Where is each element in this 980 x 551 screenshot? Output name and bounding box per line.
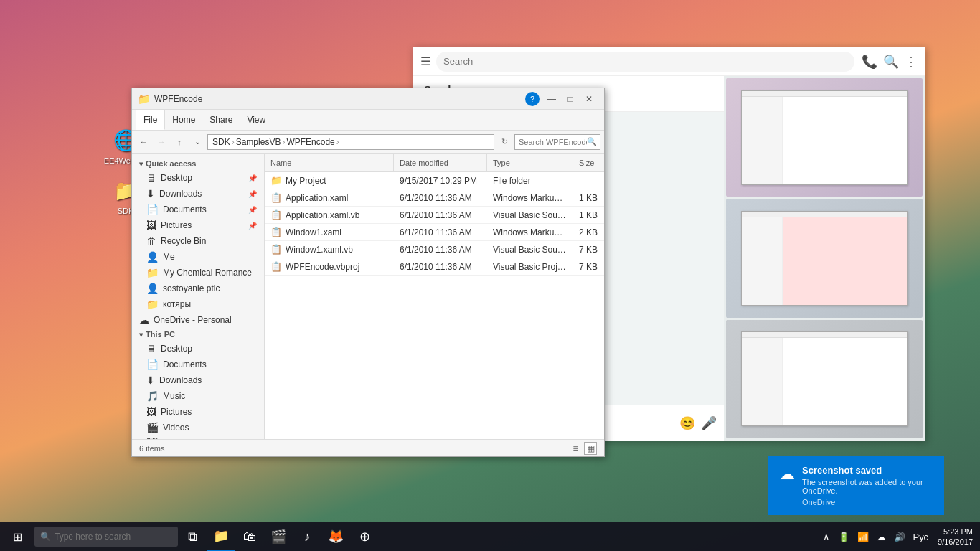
fe-close-button[interactable]: ✕ [580, 90, 598, 108]
detail-view-button[interactable]: ▦ [584, 442, 597, 455]
file-size-wpfencodevbproj: 7 KB [573, 262, 604, 272]
sidebar-item-pictures-pc-label: Pictures [161, 407, 192, 417]
chat-menu-icon[interactable]: ☰ [420, 55, 430, 68]
file-size-appxamlvb: 1 KB [573, 210, 604, 220]
fe-minimize-button[interactable]: — [542, 90, 561, 108]
file-row-appxamlvb[interactable]: 📋Application.xaml.vb 6/1/2010 11:36 AM V… [265, 207, 604, 224]
start-button[interactable]: ⊞ [0, 522, 34, 551]
col-header-date[interactable]: Date modified [394, 154, 487, 172]
fe-forward-button[interactable]: → [154, 134, 169, 150]
fe-statusbar: 6 items ≡ ▦ [132, 439, 604, 456]
taskbar-groove-button[interactable]: ♪ [293, 522, 321, 551]
sidebar-item-downloads-quick-label: Downloads [159, 189, 202, 199]
sidebar-item-mcr-label: My Chemical Romance [163, 268, 252, 278]
fe-search-input[interactable] [519, 138, 587, 146]
col-header-name[interactable]: Name [265, 154, 394, 172]
tray-onedrive-icon[interactable]: ☁ [875, 532, 888, 542]
taskbar-app-button[interactable]: ⊕ [350, 522, 379, 551]
taskbar-movies-button[interactable]: 🎬 [264, 522, 293, 551]
tray-network-icon: 📶 [855, 532, 871, 542]
ribbon-tab-view[interactable]: View [240, 110, 273, 130]
taskbar: ⊞ 🔍 ⧉ 📁 🛍 🎬 ♪ 🦊 ⊕ ∧ 🔋 📶 ☁ 🔊 Рус 5:23 PM … [0, 522, 980, 551]
sidebar-item-desktop-pc[interactable]: 🖥 Desktop [132, 341, 264, 357]
sidebar-item-sostoyanie[interactable]: 👤 sostoyanie ptic [132, 281, 264, 296]
tray-hidden-icons[interactable]: ∧ [821, 532, 832, 542]
downloads-pc-icon: ⬇ [146, 375, 155, 386]
sidebar-item-kotyary-label: котяры [163, 299, 191, 309]
fe-addressbar: ← → ↑ ⌄ SDK › SamplesVB › WPFEncode › ↻ … [132, 131, 604, 154]
sidebar-thispc-header[interactable]: This PC [132, 328, 264, 341]
sidebar-item-kotyary[interactable]: 📁 котяры [132, 296, 264, 312]
onedrive-notification[interactable]: ☁ Screenshot saved The screenshot was ad… [768, 456, 944, 515]
sidebar-item-downloads-pc[interactable]: ⬇ Downloads [132, 372, 264, 388]
sidebar-item-videos-label: Videos [163, 423, 189, 433]
file-row-window1xamlvb[interactable]: 📋Window1.xaml.vb 6/1/2010 11:36 AM Visua… [265, 241, 604, 258]
taskbar-store-button[interactable]: 🛍 [235, 522, 264, 551]
sidebar-item-documents-pc[interactable]: 📄 Documents [132, 357, 264, 372]
fe-recent-button[interactable]: ⌄ [189, 134, 205, 150]
sidebar-item-downloads-quick[interactable]: ⬇ Downloads 📌 [132, 186, 264, 202]
sidebar-quickaccess-header[interactable]: Quick access [132, 157, 264, 170]
sidebar-item-desktop-quick[interactable]: 🖥 Desktop 📌 [132, 170, 264, 186]
chat-call-icon[interactable]: 📞 [862, 54, 877, 70]
documents-pc-icon: 📄 [146, 359, 159, 370]
file-row-wpfencodevbproj[interactable]: 📋WPFEncode.vbproj 6/1/2010 11:36 AM Visu… [265, 258, 604, 276]
chat-more-icon[interactable]: ⋮ [905, 54, 918, 70]
file-size-window1xamlvb: 7 KB [573, 245, 604, 255]
file-row-window1xaml[interactable]: 📋Window1.xaml 6/1/2010 11:36 AM Windows … [265, 224, 604, 241]
file-date-wpfencodevbproj: 6/1/2010 11:36 AM [394, 262, 487, 272]
system-clock[interactable]: 5:23 PM 9/16/2017 [938, 527, 973, 547]
tray-volume-icon[interactable]: 🔊 [892, 532, 908, 542]
kotyary-icon: 📁 [146, 298, 159, 310]
sidebar-item-recycle-bin[interactable]: 🗑 Recycle Bin [132, 233, 264, 249]
chat-search-icon[interactable]: 🔍 [883, 54, 899, 70]
file-type-appxamlvb: Visual Basic Sourc... [487, 210, 573, 220]
ribbon-tab-home[interactable]: Home [165, 110, 202, 130]
taskbar-firefox-button[interactable]: 🦊 [321, 522, 350, 551]
fe-search-icon[interactable]: 🔍 [587, 137, 597, 146]
sidebar-item-music[interactable]: 🎵 Music [132, 388, 264, 404]
ribbon-tab-share[interactable]: Share [202, 110, 240, 130]
sidebar-item-onedrive[interactable]: ☁ OneDrive - Personal [132, 312, 264, 328]
taskbar-search-input[interactable] [55, 532, 169, 542]
taskbar-fileexplorer-button[interactable]: 📁 [207, 522, 235, 551]
fe-up-button[interactable]: ↑ [171, 134, 187, 150]
chat-search-input[interactable] [443, 56, 847, 67]
file-type-myproject: File folder [487, 176, 573, 186]
sidebar-item-pictures-quick[interactable]: 🖼 Pictures 📌 [132, 217, 264, 233]
fe-back-button[interactable]: ← [136, 134, 151, 150]
recycle-bin-icon: 🗑 [146, 235, 156, 247]
sidebar-item-sostoyanie-label: sostoyanie ptic [163, 283, 220, 293]
file-date-window1xaml: 6/1/2010 11:36 AM [394, 227, 487, 237]
col-header-type[interactable]: Type [487, 154, 573, 172]
sidebar-item-documents-quick[interactable]: 📄 Documents 📌 [132, 202, 264, 217]
file-row-myproject[interactable]: 📁My Project 9/15/2017 10:29 PM File fold… [265, 172, 604, 189]
taskbar-search-bar[interactable]: 🔍 [34, 527, 178, 547]
sidebar-item-mcr[interactable]: 📁 My Chemical Romance [132, 265, 264, 281]
sidebar-item-me[interactable]: 👤 Me [132, 249, 264, 265]
fe-status-text: 6 items [139, 444, 164, 453]
tray-language[interactable]: Рус [911, 532, 931, 542]
onedrive-notif-icon: ☁ [779, 465, 795, 484]
ribbon-tab-file[interactable]: File [136, 110, 165, 130]
file-explorer-window: 📁 WPFEncode ? — □ ✕ File Home Share View… [131, 88, 605, 457]
file-row-appxaml[interactable]: 📋Application.xaml 6/1/2010 11:36 AM Wind… [265, 189, 604, 207]
fe-maximize-button[interactable]: □ [561, 90, 580, 108]
file-name-window1xaml: 📋Window1.xaml [265, 227, 394, 237]
sidebar-item-videos[interactable]: 🎬 Videos [132, 420, 264, 435]
fe-help-button[interactable]: ? [525, 92, 540, 106]
microphone-icon[interactable]: 🎤 [701, 415, 717, 431]
sidebar-item-pictures-pc[interactable]: 🖼 Pictures [132, 404, 264, 420]
desktop-pc-icon: 🖥 [146, 343, 156, 354]
fe-ribbon: File Home Share View [132, 110, 604, 131]
fe-search-bar[interactable]: 🔍 [514, 134, 600, 150]
list-view-button[interactable]: ≡ [569, 442, 582, 455]
col-header-size[interactable]: Size [573, 154, 604, 172]
notification-source: OneDrive [802, 498, 933, 507]
taskbar-taskview-button[interactable]: ⧉ [178, 522, 207, 551]
sidebar-item-recycle-bin-label: Recycle Bin [161, 236, 206, 246]
chat-search-bar[interactable] [436, 52, 854, 72]
fe-path-bar[interactable]: SDK › SamplesVB › WPFEncode › [207, 134, 494, 150]
emoji-icon[interactable]: 😊 [679, 415, 695, 431]
fe-refresh-button[interactable]: ↻ [496, 134, 512, 150]
